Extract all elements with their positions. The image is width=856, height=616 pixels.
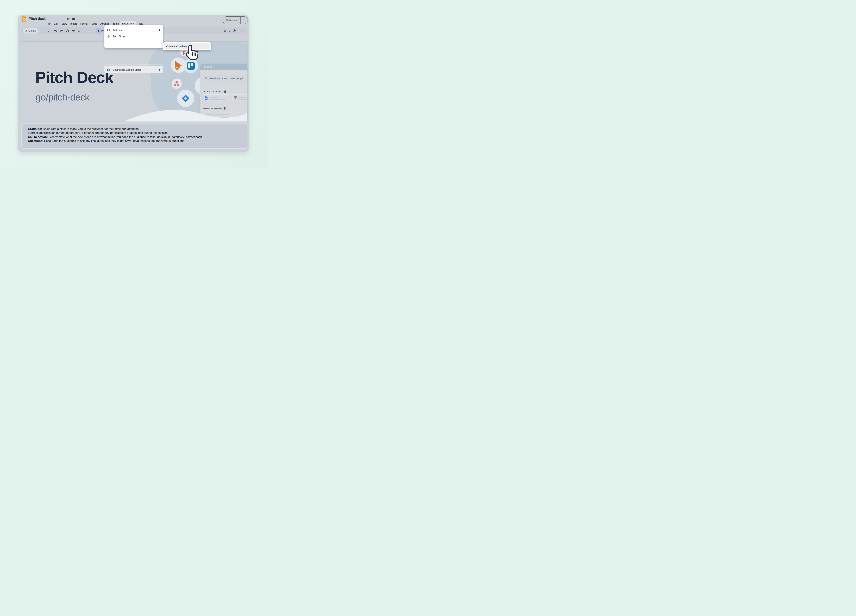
jira-icon: [177, 90, 194, 107]
google-docs-icon: [205, 96, 208, 100]
menu-item-apps-script[interactable]: Apps Script: [105, 33, 163, 39]
extension-icon: [107, 68, 110, 71]
record-icon: [232, 29, 236, 32]
menu-view[interactable]: View: [60, 22, 69, 26]
print-icon: [66, 29, 69, 32]
search-icon: [205, 77, 208, 80]
slide-canvas[interactable]: Pitch Deck go/pitch-deck g: [21, 41, 248, 121]
menu-edit[interactable]: Edit: [52, 22, 60, 26]
zoom-in-icon: [77, 29, 81, 32]
hand-pointer-cursor: [184, 45, 198, 61]
menus-label: Menus: [28, 29, 35, 32]
mock-search-input: Search documents, tasks, people: [203, 74, 248, 82]
extension-icon: [107, 28, 110, 32]
announcement-card: [203, 111, 240, 121]
slideshow-button[interactable]: Slideshow: [223, 17, 248, 24]
square-glyph: [224, 107, 225, 109]
submenu-arrow-icon: [159, 29, 160, 31]
paint-format-button[interactable]: [72, 29, 75, 32]
chevron-down-icon: [243, 20, 245, 21]
notes-line: Gratitude: Begin with a sincere thank yo…: [28, 127, 242, 131]
collapse-toolbar-button[interactable]: [240, 29, 244, 32]
search-icon: [25, 29, 28, 32]
menu-insert[interactable]: Insert: [69, 22, 79, 26]
star-icon[interactable]: [66, 17, 70, 21]
menu-slide[interactable]: Slide: [90, 22, 99, 26]
undo-button[interactable]: [54, 29, 57, 32]
announcement-card: [243, 111, 248, 121]
pen-tool-button[interactable]: [224, 29, 227, 32]
submenu-arrow-icon: [159, 69, 160, 71]
new-slide-dropdown[interactable]: [47, 29, 50, 33]
window-dot: [207, 66, 209, 68]
window-dot: [204, 66, 206, 68]
record-button[interactable]: [232, 29, 236, 32]
figma-mini-icon: [234, 96, 237, 100]
slideshow-dropdown-button[interactable]: [240, 20, 248, 21]
apps-script-icon: [107, 34, 110, 38]
zoom-in-button[interactable]: [77, 29, 81, 32]
square-glyph: [225, 91, 226, 93]
slideshow-label: Slideshow: [223, 19, 240, 22]
recent-doc-card: [203, 94, 231, 102]
cursor-arrow-icon: [97, 29, 100, 32]
menu-file[interactable]: File: [45, 22, 52, 26]
speaker-notes-box[interactable]: Gratitude: Begin with a sincere thank yo…: [21, 123, 247, 149]
menus-search-button[interactable]: Menus: [23, 28, 39, 34]
select-tool-button[interactable]: [96, 28, 102, 34]
mock-search-placeholder: Search documents, tasks, people: [209, 77, 243, 80]
redo-button[interactable]: [60, 29, 63, 32]
slide-subtitle-text[interactable]: go/pitch-deck: [35, 92, 89, 103]
menu-format[interactable]: Format: [79, 22, 90, 26]
menu-item-add-ons[interactable]: Add-ons: [105, 27, 163, 33]
notes-line: Questions: Encourage the audience to ask…: [28, 139, 242, 143]
print-button[interactable]: [66, 29, 69, 32]
mock-app-window: Search documents, tasks, people RECENTLY…: [200, 64, 248, 121]
recent-figma-card: [232, 94, 248, 102]
asana-icon: [172, 78, 182, 89]
slides-logo-icon[interactable]: [22, 17, 26, 22]
speaker-notes-text: Gratitude: Begin with a sincere thank yo…: [28, 127, 242, 143]
plus-icon: +: [43, 29, 45, 32]
window-dot: [210, 66, 212, 68]
undo-icon: [54, 29, 57, 32]
extensions-dropdown-menu: Add-ons Apps Script GoLinks for Google S…: [105, 25, 163, 48]
document-title[interactable]: Pitch deck: [29, 17, 46, 21]
laser-pointer-icon: [224, 29, 227, 32]
menu-item-golinks[interactable]: GoLinks for Google Slides: [105, 66, 163, 74]
announcements-heading: ANNOUNCEMENTS: [203, 107, 225, 109]
chevron-up-icon: [240, 29, 243, 32]
pen-tool-dropdown[interactable]: [228, 29, 231, 33]
recently-viewed-heading: RECENTLY VIEWED: [203, 91, 226, 93]
slide-title-text[interactable]: Pitch Deck: [35, 68, 113, 87]
move-to-folder-icon[interactable]: [72, 17, 75, 21]
screenshot-stage: Pitch deck File Edit View Insert Format …: [0, 0, 268, 168]
paint-roller-icon: [72, 29, 75, 32]
notes-line: Express appreciation for the opportunity…: [28, 131, 242, 135]
chevron-down-icon: [48, 31, 49, 32]
new-slide-button[interactable]: +: [42, 29, 46, 32]
redo-icon: [60, 29, 63, 32]
chevron-down-icon: [229, 31, 230, 32]
notes-line: Call to Action: Clearly state what the n…: [28, 135, 242, 139]
mock-window-titlebar: [200, 64, 248, 70]
